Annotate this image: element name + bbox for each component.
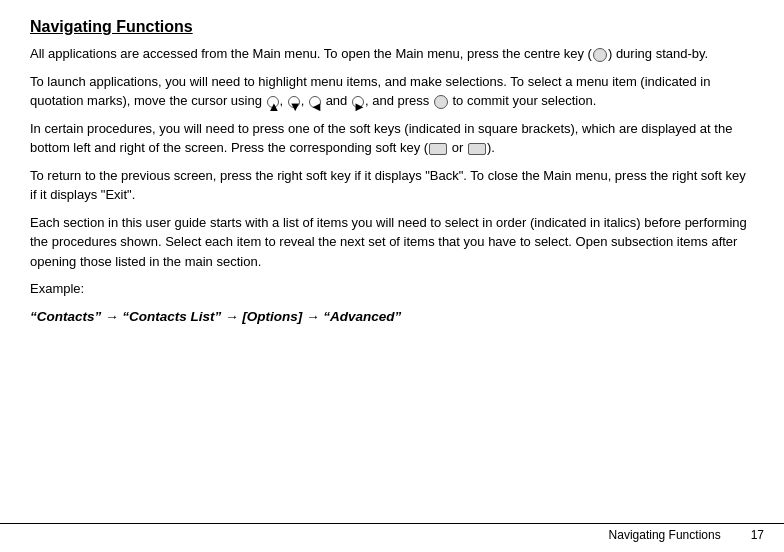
left-arrow-icon: ◄: [309, 96, 321, 108]
paragraph-4: To return to the previous screen, press …: [30, 166, 754, 205]
right-arrow-icon: ►: [352, 96, 364, 108]
down-arrow-icon: ▼: [288, 96, 300, 108]
paragraph-3: In certain procedures, you will need to …: [30, 119, 754, 158]
page-content: Navigating Functions All applications ar…: [0, 0, 784, 355]
paragraph-1: All applications are accessed from the M…: [30, 44, 754, 64]
page-title: Navigating Functions: [30, 18, 754, 36]
footer-page-number: 17: [751, 528, 764, 542]
footer-label: Navigating Functions: [609, 528, 721, 542]
paragraph-5: Each section in this user guide starts w…: [30, 213, 754, 272]
commit-key-icon: [434, 95, 448, 109]
paragraph-example-label: Example:: [30, 279, 754, 299]
paragraph-2: To launch applications, you will need to…: [30, 72, 754, 111]
footer: Navigating Functions 17: [609, 528, 764, 542]
centre-key-icon: [593, 48, 607, 62]
footer-divider: [0, 523, 784, 524]
example-text: “Contacts” → “Contacts List” → [Options]…: [30, 307, 754, 327]
up-arrow-icon: ▲: [267, 96, 279, 108]
right-soft-key-icon: [468, 143, 486, 155]
left-soft-key-icon: [429, 143, 447, 155]
